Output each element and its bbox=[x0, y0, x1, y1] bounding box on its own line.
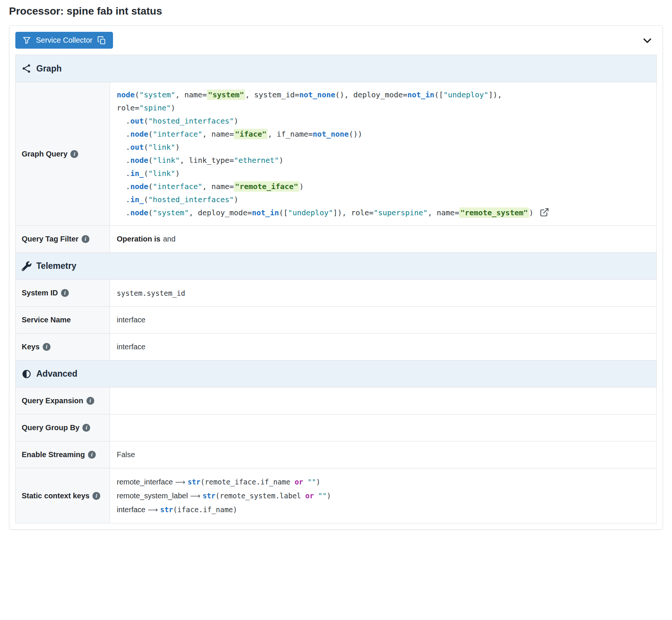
contrast-icon bbox=[22, 369, 31, 379]
graph-query-code: node("system", name="system", system_id=… bbox=[117, 88, 549, 219]
row-graph-query: Graph Query node("system", name="system"… bbox=[16, 82, 656, 225]
page-title: Processor: spine fab int status bbox=[9, 5, 663, 17]
code-line: remote_interface ⟶ str(remote_iface.if_n… bbox=[117, 475, 331, 489]
system-id-info-icon[interactable] bbox=[61, 289, 69, 297]
processor-page: Processor: spine fab int status Service … bbox=[0, 0, 672, 539]
code-line: role="spine") bbox=[117, 101, 549, 115]
static-context-keys-value: remote_interface ⟶ str(remote_iface.if_n… bbox=[110, 468, 656, 523]
keys-value: interface bbox=[110, 334, 656, 360]
service-collector-label: Service Collector bbox=[36, 36, 92, 45]
system-id-label: System ID bbox=[22, 289, 58, 297]
enable-streaming-info-icon[interactable] bbox=[88, 451, 96, 459]
row-query-group-by: Query Group By bbox=[16, 414, 656, 441]
query-expansion-value bbox=[110, 388, 656, 414]
code-line: .node("system", deploy_mode=not_in(["und… bbox=[117, 206, 549, 219]
funnel-icon bbox=[22, 36, 31, 45]
wrench-icon bbox=[22, 261, 31, 271]
keys-label-cell: Keys bbox=[16, 334, 110, 360]
static-context-keys-label-cell: Static context keys bbox=[16, 468, 110, 523]
service-name-label-cell: Service Name bbox=[16, 307, 110, 333]
row-query-expansion: Query Expansion bbox=[16, 387, 656, 414]
query-expansion-info-icon[interactable] bbox=[86, 397, 94, 405]
query-tag-filter-info-icon[interactable] bbox=[82, 235, 89, 243]
static-context-keys-info-icon[interactable] bbox=[92, 492, 100, 500]
query-tag-filter-value: Operation is and bbox=[110, 226, 656, 252]
query-group-by-label-cell: Query Group By bbox=[16, 414, 110, 441]
section-graph-label: Graph bbox=[36, 64, 62, 74]
processor-table: Graph Graph Query node("system", name="s… bbox=[15, 55, 657, 523]
query-tag-filter-label: Query Tag Filter bbox=[22, 235, 79, 243]
graph-icon bbox=[22, 64, 31, 73]
code-line: .node("link", link_type="ethernet") bbox=[117, 154, 549, 167]
service-collector-button[interactable]: Service Collector bbox=[15, 32, 113, 49]
row-keys: Keys interface bbox=[16, 333, 656, 360]
code-line: .node("interface", name="remote_iface") bbox=[117, 180, 549, 193]
section-telemetry-label: Telemetry bbox=[36, 261, 76, 271]
row-static-context-keys: Static context keys remote_interface ⟶ s… bbox=[16, 468, 656, 523]
service-name-value: interface bbox=[110, 307, 656, 333]
code-line: remote_system_label ⟶ str(remote_system.… bbox=[117, 489, 331, 503]
graph-query-label: Graph Query bbox=[22, 150, 67, 158]
code-line: .in_("link") bbox=[117, 167, 549, 180]
operation-label: Operation is bbox=[117, 235, 161, 243]
system-id-value: system.system_id bbox=[110, 280, 656, 306]
enable-streaming-label-cell: Enable Streaming bbox=[16, 441, 110, 468]
section-graph: Graph bbox=[16, 55, 656, 82]
row-query-tag-filter: Query Tag Filter Operation is and bbox=[16, 225, 656, 252]
query-group-by-label: Query Group By bbox=[22, 423, 79, 432]
enable-streaming-label: Enable Streaming bbox=[22, 450, 85, 459]
query-tag-filter-label-cell: Query Tag Filter bbox=[16, 226, 110, 252]
row-system-id: System ID system.system_id bbox=[16, 279, 656, 306]
section-telemetry: Telemetry bbox=[16, 252, 656, 279]
operation-value: and bbox=[163, 235, 175, 243]
code-line: .out("link") bbox=[117, 141, 549, 154]
query-expansion-label-cell: Query Expansion bbox=[16, 388, 110, 414]
row-enable-streaming: Enable Streaming False bbox=[16, 441, 656, 468]
code-line: node("system", name="system", system_id=… bbox=[117, 88, 549, 101]
copy-icon[interactable] bbox=[97, 36, 106, 45]
query-group-by-info-icon[interactable] bbox=[82, 424, 90, 432]
code-line: .node("interface", name="iface", if_name… bbox=[117, 128, 549, 141]
row-service-name: Service Name interface bbox=[16, 306, 656, 333]
card-header: Service Collector bbox=[15, 32, 657, 49]
service-name-label: Service Name bbox=[22, 316, 71, 324]
keys-label: Keys bbox=[22, 343, 40, 351]
code-line: interface ⟶ str(iface.if_name) bbox=[117, 503, 331, 517]
static-context-keys-label: Static context keys bbox=[22, 492, 89, 500]
graph-query-label-cell: Graph Query bbox=[16, 82, 110, 225]
processor-card: Service Collector Graph Graph Query bbox=[9, 25, 663, 530]
code-line: .in_("hosted_interfaces") bbox=[117, 193, 549, 206]
graph-query-info-icon[interactable] bbox=[70, 150, 78, 158]
keys-info-icon[interactable] bbox=[43, 343, 51, 351]
code-line: .out("hosted_interfaces") bbox=[117, 115, 549, 128]
chevron-down-icon[interactable] bbox=[642, 35, 653, 46]
graph-query-value: node("system", name="system", system_id=… bbox=[110, 82, 656, 225]
static-context-keys-code: remote_interface ⟶ str(remote_iface.if_n… bbox=[117, 475, 331, 517]
section-advanced: Advanced bbox=[16, 360, 656, 387]
query-expansion-label: Query Expansion bbox=[22, 396, 83, 405]
enable-streaming-value: False bbox=[110, 441, 656, 468]
query-group-by-value bbox=[110, 414, 656, 441]
system-id-label-cell: System ID bbox=[16, 280, 110, 306]
external-link-icon[interactable] bbox=[540, 207, 549, 217]
section-advanced-label: Advanced bbox=[36, 369, 77, 379]
